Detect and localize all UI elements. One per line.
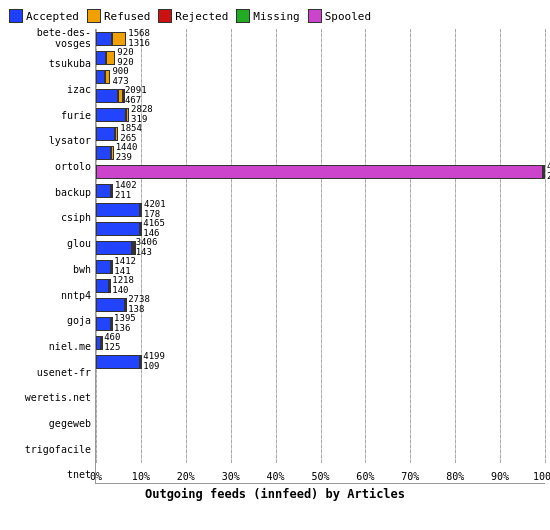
bar-row-lysator: 2828319 (96, 105, 545, 124)
bar-izac-refused (105, 70, 110, 84)
y-label-nntp4: nntp4 (5, 286, 91, 304)
y-label-tnet: tnet (5, 466, 91, 484)
bar-tsukuba-accepted (96, 51, 106, 65)
bar-numbers-lysator: 2828319 (131, 105, 153, 125)
x-tick-4: 40% (267, 471, 285, 482)
y-label-backup: backup (5, 183, 91, 201)
num-bot-usenet-fr: 140 (112, 285, 128, 295)
bar-row-trigofacile: 460125 (96, 333, 545, 352)
bar-numbers-goja: 3406143 (136, 238, 158, 258)
num-top-tsukuba: 920 (117, 47, 133, 57)
y-label-tsukuba: tsukuba (5, 55, 91, 73)
x-tick-3: 30% (222, 471, 240, 482)
bar-numbers-bwh: 4201178 (144, 200, 166, 220)
num-bot-glou: 211 (115, 190, 131, 200)
bar-bete-des-vosges-refused (112, 32, 126, 46)
bar-numbers-backup: 1440239 (116, 143, 138, 163)
grid-line-10 (545, 29, 546, 463)
num-bot-goja: 143 (136, 247, 152, 257)
bar-row-tsukuba: 920920 (96, 48, 545, 67)
bar-rows: 1568131692092090047320914672828319185426… (96, 29, 545, 463)
num-top-gegeweb: 1395 (114, 313, 136, 323)
rejected-legend-color (158, 9, 172, 23)
bar-lysator-accepted (96, 108, 126, 122)
bar-row-weretis.net: 2738138 (96, 295, 545, 314)
bar-weretis.net-refused (125, 298, 127, 312)
bar-numbers-gegeweb: 1395136 (114, 314, 136, 334)
y-label-trigofacile: trigofacile (5, 440, 91, 458)
y-labels: bete-des-vosgestsukubaizacfurielysatoror… (5, 29, 95, 484)
bar-numbers-bete-des-vosges: 15681316 (128, 29, 150, 49)
bar-tnet-refused (140, 355, 142, 369)
bar-row-nntp4: 4165146 (96, 219, 545, 238)
num-top-weretis.net: 2738 (128, 294, 150, 304)
bar-trigofacile-refused (101, 336, 103, 350)
num-top-glou: 1402 (115, 180, 137, 190)
y-label-lysator: lysator (5, 132, 91, 150)
spooled-legend-label: Spooled (325, 10, 371, 23)
bar-niel.me-refused (111, 260, 113, 274)
num-bot-trigofacile: 125 (104, 342, 120, 352)
bar-bwh-accepted (96, 203, 140, 217)
x-axis-labels: 0%10%20%30%40%50%60%70%80%90%100% (96, 465, 545, 483)
missing-legend-color (236, 9, 250, 23)
y-label-ortolo: ortolo (5, 158, 91, 176)
legend-item-missing: Missing (236, 9, 299, 23)
x-tick-2: 20% (177, 471, 195, 482)
bar-gegeweb-accepted (96, 317, 111, 331)
bar-row-tnet: 4199109 (96, 352, 545, 371)
chart-title: Outgoing feeds (innfeed) by Articles (5, 487, 545, 501)
bar-numbers-ortolo: 1854265 (120, 124, 142, 144)
bar-row-ortolo: 1854265 (96, 124, 545, 143)
num-top-niel.me: 1412 (114, 256, 136, 266)
bar-bete-des-vosges-accepted (96, 32, 112, 46)
x-tick-0: 0% (90, 471, 102, 482)
bar-bwh-refused (140, 203, 142, 217)
x-tick-9: 90% (491, 471, 509, 482)
bar-nntp4-accepted (96, 222, 140, 236)
chart-container: Accepted Refused Rejected Missing Spoole… (0, 0, 550, 530)
y-label-weretis.net: weretis.net (5, 389, 91, 407)
x-tick-1: 10% (132, 471, 150, 482)
bar-row-gegeweb: 1395136 (96, 314, 545, 333)
bar-ortolo-accepted (96, 127, 115, 141)
bar-row-bete-des-vosges: 15681316 (96, 29, 545, 48)
bar-numbers-nntp4: 4165146 (143, 219, 165, 239)
num-top-backup: 1440 (116, 142, 138, 152)
bar-usenet-fr-refused (109, 279, 111, 293)
num-bot-tnet: 109 (143, 361, 159, 371)
bar-tsukuba-refused (106, 51, 116, 65)
bar-furie-accepted (96, 89, 118, 103)
bar-glou-refused (111, 184, 113, 198)
num-top-bwh: 4201 (144, 199, 166, 209)
num-top-bete-des-vosges: 1568 (128, 28, 150, 38)
bar-numbers-tnet: 4199109 (143, 352, 165, 372)
bar-csiph-accepted (543, 165, 545, 179)
x-tick-10: 100% (533, 471, 550, 482)
num-bot-backup: 239 (116, 152, 132, 162)
bar-numbers-izac: 900473 (112, 67, 128, 87)
legend-item-rejected: Rejected (158, 9, 228, 23)
y-label-niel.me: niel.me (5, 337, 91, 355)
bar-numbers-furie: 2091467 (125, 86, 147, 106)
x-tick-7: 70% (401, 471, 419, 482)
num-top-usenet-fr: 1218 (112, 275, 134, 285)
bar-csiph-spooled (96, 165, 543, 179)
y-label-bete-des-vosges: bete-des-vosges (5, 29, 91, 47)
y-label-furie: furie (5, 106, 91, 124)
bar-row-goja: 3406143 (96, 238, 545, 257)
spooled-legend-color (308, 9, 322, 23)
y-label-csiph: csiph (5, 209, 91, 227)
bar-numbers-glou: 1402211 (115, 181, 137, 201)
refused-legend-color (87, 9, 101, 23)
num-top-izac: 900 (112, 66, 128, 76)
accepted-legend-color (9, 9, 23, 23)
bar-gegeweb-refused (111, 317, 113, 331)
bar-goja-accepted (96, 241, 132, 255)
accepted-legend-label: Accepted (26, 10, 79, 23)
refused-legend-label: Refused (104, 10, 150, 23)
y-label-gegeweb: gegeweb (5, 415, 91, 433)
bars-area: 0%10%20%30%40%50%60%70%80%90%100%1568131… (95, 29, 545, 484)
bar-row-izac: 900473 (96, 67, 545, 86)
bar-izac-accepted (96, 70, 105, 84)
